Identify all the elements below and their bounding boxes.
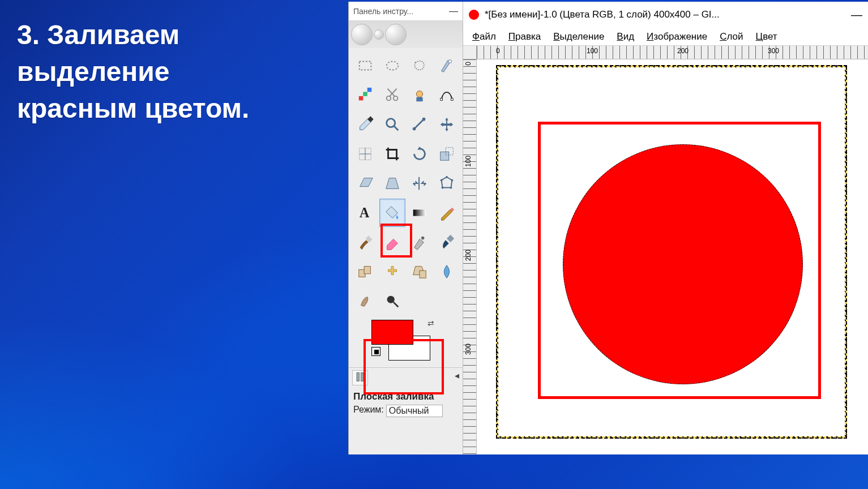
filled-circle <box>563 144 803 384</box>
tool-eraser[interactable] <box>379 228 405 256</box>
tool-crop[interactable] <box>379 140 405 168</box>
svg-point-27 <box>421 237 425 240</box>
toolbox-title: Панель инстру... <box>353 7 413 16</box>
tool-scale[interactable] <box>434 140 460 168</box>
tool-zoom[interactable] <box>379 110 405 139</box>
ruler-h-mark: 200 <box>677 47 689 55</box>
canvas-area[interactable] <box>477 59 868 454</box>
tool-options-tabs: ◂ <box>349 367 463 388</box>
tool-color-select[interactable] <box>352 81 378 109</box>
svg-point-6 <box>387 96 391 101</box>
svg-rect-5 <box>367 88 372 92</box>
svg-point-2 <box>448 60 452 63</box>
tool-fuzzy-select[interactable] <box>434 52 460 80</box>
menu-слой[interactable]: Слой <box>716 30 746 44</box>
tool-foreground-select[interactable] <box>407 81 433 109</box>
tool-blur[interactable] <box>434 258 460 286</box>
instruction-text: 3. Заливаем выделение красным цветом. <box>17 17 249 127</box>
mode-select[interactable]: Обычный <box>386 405 443 417</box>
ruler-h-mark: 300 <box>768 47 779 55</box>
image-window-title: *[Без имени]-1.0 (Цвета RGB, 1 слой) 400… <box>485 9 720 20</box>
tool-bucket-fill[interactable] <box>379 199 405 227</box>
svg-point-22 <box>450 187 452 189</box>
tool-shear[interactable] <box>352 169 378 198</box>
tool-options-menu-icon[interactable]: ◂ <box>455 370 459 385</box>
ruler-v-mark: 100 <box>464 156 472 167</box>
svg-rect-9 <box>416 97 422 102</box>
svg-point-23 <box>442 187 444 189</box>
tool-smudge[interactable] <box>352 287 378 315</box>
svg-point-32 <box>387 296 395 303</box>
menu-файл[interactable]: Файл <box>469 30 499 44</box>
fg-color-swatch[interactable] <box>371 320 413 345</box>
tool-blend[interactable] <box>407 199 433 227</box>
ruler-horizontal: 0100200300 <box>477 46 868 59</box>
swap-colors-icon[interactable]: ⇄ <box>427 319 434 328</box>
wilber-icon <box>351 24 373 45</box>
menu-изображение[interactable]: Изображение <box>643 30 711 44</box>
svg-rect-30 <box>364 267 370 274</box>
tool-heal[interactable] <box>379 258 405 286</box>
svg-point-14 <box>413 127 416 131</box>
tool-flip[interactable] <box>407 169 433 198</box>
menu-выделение[interactable]: Выделение <box>550 30 608 44</box>
tool-color-picker[interactable] <box>352 110 378 139</box>
image-window: *[Без имени]-1.0 (Цвета RGB, 1 слой) 400… <box>463 2 868 454</box>
tool-scissors[interactable] <box>379 81 405 109</box>
svg-point-15 <box>422 118 426 121</box>
menu-вид[interactable]: Вид <box>613 30 638 44</box>
svg-rect-10 <box>441 98 443 101</box>
minimize-button[interactable]: — <box>449 6 458 16</box>
toolbox-window: Панель инстру... — A ⇄ ◂ Плоская з <box>349 2 463 454</box>
tool-perspective-clone[interactable] <box>407 258 433 286</box>
tool-text[interactable]: A <box>352 199 378 227</box>
svg-point-8 <box>416 91 422 97</box>
ruler-h-mark: 0 <box>496 47 500 55</box>
svg-rect-4 <box>363 92 367 96</box>
tool-options-title: Плоская заливка <box>349 388 463 404</box>
svg-text:A: A <box>360 205 370 220</box>
tool-clone[interactable] <box>352 258 378 286</box>
tool-free-select[interactable] <box>407 52 433 80</box>
svg-rect-25 <box>413 209 426 216</box>
svg-rect-17 <box>441 152 449 160</box>
ruler-corner-icon <box>463 46 477 59</box>
tool-ellipse-select[interactable] <box>379 52 405 80</box>
ruler-row: 0100200300 <box>463 46 868 59</box>
tool-paths[interactable] <box>434 81 460 109</box>
tool-pencil[interactable] <box>434 199 460 227</box>
svg-point-7 <box>394 96 398 101</box>
menu-цвет[interactable]: Цвет <box>752 30 781 44</box>
tool-airbrush[interactable] <box>407 228 433 256</box>
minimize-button[interactable]: — <box>851 8 862 22</box>
tool-rotate[interactable] <box>407 140 433 168</box>
tool-align[interactable] <box>352 140 378 168</box>
color-selector: ⇄ <box>349 316 463 367</box>
toolbox-titlebar: Панель инстру... — <box>349 2 463 21</box>
menu-правка[interactable]: Правка <box>505 30 544 44</box>
svg-rect-0 <box>360 62 371 70</box>
tool-move[interactable] <box>434 110 460 139</box>
image-menu-bar: ФайлПравкаВыделениеВидИзображениеСлойЦве… <box>463 28 868 46</box>
mode-label: Режим: <box>353 405 384 417</box>
svg-rect-33 <box>357 373 360 381</box>
ruler-h-mark: 100 <box>587 47 598 55</box>
reddot-icon <box>469 10 479 20</box>
tool-options-tab-icon[interactable] <box>352 370 368 385</box>
wilber-strip <box>349 21 463 48</box>
svg-rect-31 <box>420 271 426 278</box>
tool-measure[interactable] <box>407 110 433 139</box>
svg-point-20 <box>446 176 448 178</box>
tool-ink[interactable] <box>434 228 460 256</box>
tool-perspective[interactable] <box>379 169 405 198</box>
tool-cage[interactable] <box>434 169 460 198</box>
tool-rect-select[interactable] <box>352 52 378 80</box>
tool-paintbrush[interactable] <box>352 228 378 256</box>
tool-grid: A <box>349 48 463 316</box>
svg-point-19 <box>441 179 443 182</box>
tool-dodge[interactable] <box>379 287 405 315</box>
svg-rect-34 <box>361 373 364 381</box>
default-colors-icon[interactable] <box>371 347 380 356</box>
image-window-titlebar: *[Без имени]-1.0 (Цвета RGB, 1 слой) 400… <box>463 2 868 28</box>
ruler-v-mark: 300 <box>464 344 472 355</box>
